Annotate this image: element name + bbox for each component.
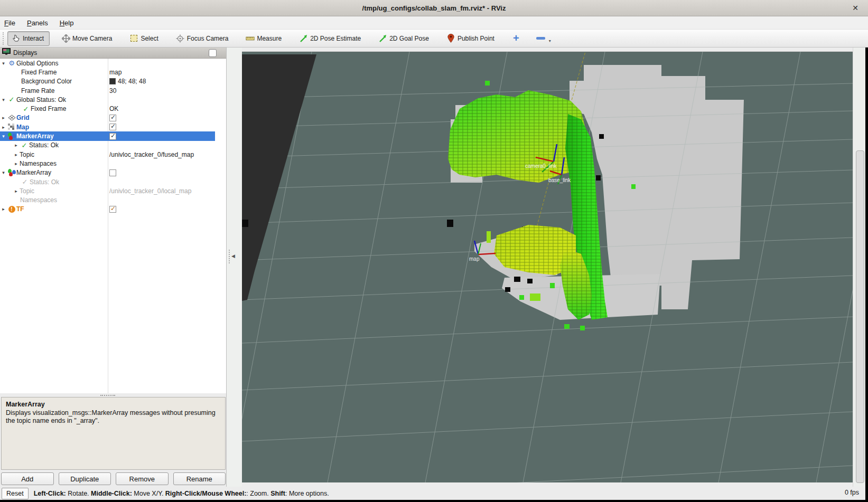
map-pin-icon — [446, 34, 455, 43]
ruler-icon — [246, 34, 255, 43]
status-ok-check-icon: ✓ — [7, 96, 16, 103]
window-title: /tmp/ug_configs/collab_slam_fm.rviz* - R… — [362, 4, 506, 12]
dropdown-arrow-icon: ▾ — [549, 39, 551, 43]
background-color-value[interactable]: 48; 48; 48 — [109, 77, 146, 86]
menu-bar: File Panels Help — [0, 16, 868, 30]
tree-row-background-color[interactable]: Background Color 48; 48; 48 — [0, 77, 215, 86]
displays-panel: Displays ▾ ⚙ Global Options Fixed Frame … — [0, 48, 226, 500]
window-edge-bottom — [0, 500, 868, 502]
menu-help[interactable]: Help — [60, 17, 80, 29]
marker-array-enabled-checkbox[interactable] — [109, 168, 116, 177]
expander-icon[interactable]: ▸ — [13, 152, 20, 157]
tree-row-tf[interactable]: ▸ ! TF — [0, 205, 215, 214]
panel-float-button[interactable] — [209, 49, 217, 57]
topic-value[interactable]: /univloc_tracker_0/fused_map — [109, 150, 194, 159]
fixed-frame-value[interactable]: map — [109, 68, 122, 77]
tree-row-global-options[interactable]: ▾ ⚙ Global Options — [0, 59, 215, 68]
3d-viewport[interactable]: map camera0_link base_link — [242, 51, 853, 482]
tf-label-camera: camera0_link — [525, 163, 557, 169]
title-bar: /tmp/ug_configs/collab_slam_fm.rviz* - R… — [0, 0, 868, 16]
add-button[interactable]: Add — [1, 472, 54, 485]
expander-icon[interactable]: ▸ — [0, 206, 7, 212]
status-ok-check-icon: ✓ — [20, 141, 29, 149]
mouse-help-text: Left-Click: Rotate. Middle-Click: Move X… — [34, 490, 329, 497]
left-panel-collapse-gutter[interactable]: ◀ — [226, 48, 242, 500]
map-display-icon — [7, 124, 16, 130]
green-arrow-icon — [299, 34, 308, 43]
grid-enabled-checkbox[interactable] — [109, 113, 116, 122]
tool-select[interactable]: Select — [125, 31, 164, 46]
expander-icon[interactable]: ▸ — [13, 161, 20, 166]
toolbar: Interact Move Camera Select Focus Camera — [0, 30, 868, 48]
expander-icon[interactable]: ▾ — [0, 170, 7, 175]
tree-row-marker-status-disabled[interactable]: ✓ Status: Ok — [0, 177, 215, 186]
expander-icon[interactable]: ▾ — [0, 134, 7, 139]
map-enabled-checkbox[interactable] — [109, 122, 116, 131]
gutter-handle — [229, 250, 230, 263]
status-ok-check-icon: ✓ — [21, 105, 31, 113]
expander-icon[interactable]: ▾ — [0, 97, 7, 102]
display-description-box: MarkerArray Displays visualization_msgs:… — [1, 397, 226, 470]
description-title: MarkerArray — [6, 401, 221, 409]
marker-array-icon — [7, 169, 16, 176]
description-body: Displays visualization_msgs::MarkerArray… — [6, 409, 221, 425]
selection-box-icon — [129, 34, 138, 43]
tree-row-namespaces[interactable]: ▸ Namespaces — [0, 159, 215, 168]
tree-row-marker-status[interactable]: ▸ ✓ Status: Ok — [0, 141, 215, 150]
tool-publish-point[interactable]: Publish Point — [442, 31, 500, 46]
toolbar-drag-handle[interactable] — [3, 32, 5, 45]
expander-icon[interactable]: ▾ — [0, 61, 7, 66]
tool-interact[interactable]: Interact — [7, 31, 50, 46]
tree-row-global-status[interactable]: ▾ ✓ Global Status: Ok — [0, 95, 215, 104]
expander-icon[interactable]: ▸ — [13, 188, 20, 194]
scene-canvas[interactable]: map camera0_link base_link — [242, 52, 853, 482]
tool-2d-goal-pose[interactable]: 2D Goal Pose — [374, 31, 435, 46]
status-bar: Reset Left-Click: Rotate. Middle-Click: … — [0, 487, 865, 500]
remove-tool-button[interactable]: ▾ — [536, 37, 552, 40]
tree-row-marker-array-fused[interactable]: ▾ MarkerArray — [0, 131, 215, 140]
add-tool-button[interactable]: + — [513, 32, 519, 44]
status-ok-check-icon: ✓ — [20, 178, 30, 186]
marker-array-icon — [7, 132, 16, 140]
rviz-window: /tmp/ug_configs/collab_slam_fm.rviz* - R… — [0, 0, 868, 502]
menu-file[interactable]: File — [4, 17, 21, 29]
tree-row-global-status-fixed-frame[interactable]: ✓ Fixed Frame OK — [0, 104, 215, 113]
rename-button[interactable]: Rename — [173, 472, 226, 485]
expander-icon[interactable]: ▸ — [0, 125, 7, 130]
tree-row-namespaces-disabled[interactable]: Namespaces — [0, 195, 215, 204]
collapse-left-icon[interactable]: ◀ — [231, 253, 235, 259]
close-icon[interactable]: ✕ — [852, 4, 858, 12]
green-arrow-icon — [378, 34, 387, 43]
tool-move-camera[interactable]: Move Camera — [57, 31, 118, 46]
tree-row-map[interactable]: ▸ Map — [0, 122, 215, 131]
tree-row-topic-local[interactable]: ▸ Topic /univloc_tracker_0/local_map — [0, 186, 215, 195]
tree-row-fixed-frame[interactable]: Fixed Frame map — [0, 68, 215, 77]
tool-2d-pose-estimate[interactable]: 2D Pose Estimate — [295, 31, 367, 46]
duplicate-button[interactable]: Duplicate — [59, 472, 111, 485]
tf-label-base: base_link — [548, 177, 571, 183]
menu-panels[interactable]: Panels — [27, 17, 54, 29]
window-edge-right — [865, 48, 868, 502]
marker-array-enabled-checkbox[interactable] — [109, 131, 116, 140]
topic-value[interactable]: /univloc_tracker_0/local_map — [109, 186, 191, 195]
right-scrollbar-thumb[interactable] — [856, 150, 864, 483]
frame-rate-value[interactable]: 30 — [109, 86, 116, 95]
remove-button[interactable]: Remove — [116, 472, 169, 485]
expander-icon[interactable]: ▸ — [13, 143, 20, 148]
tf-enabled-checkbox[interactable] — [109, 205, 116, 214]
monitor-icon — [2, 48, 11, 58]
tool-measure[interactable]: Measure — [241, 31, 287, 46]
tree-row-marker-array-local[interactable]: ▾ MarkerArray — [0, 168, 215, 177]
tree-row-grid[interactable]: ▸ Grid — [0, 113, 215, 122]
tool-focus-camera[interactable]: Focus Camera — [172, 31, 235, 46]
fps-counter: 0 fps — [845, 489, 859, 496]
tree-row-topic-fused[interactable]: ▸ Topic /univloc_tracker_0/fused_map — [0, 150, 215, 159]
tf-label-map: map — [469, 256, 480, 262]
expander-icon[interactable]: ▸ — [0, 115, 7, 120]
tree-row-frame-rate[interactable]: Frame Rate 30 — [0, 86, 215, 95]
reset-button[interactable]: Reset — [2, 488, 29, 499]
panel-splitter-handle[interactable] — [0, 393, 226, 397]
displays-panel-header[interactable]: Displays — [0, 48, 226, 59]
fixed-frame-status-value: OK — [109, 104, 118, 113]
move-arrows-icon — [61, 34, 70, 43]
